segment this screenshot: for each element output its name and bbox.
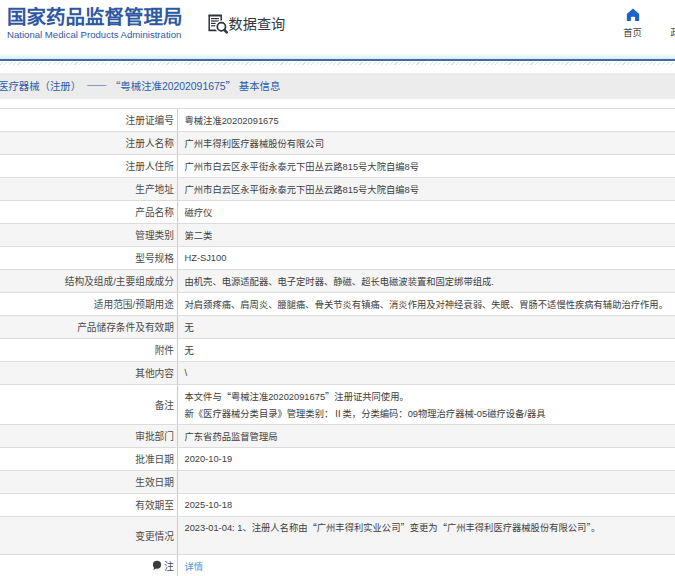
row-value: 无 — [178, 320, 194, 334]
nmpa-logo[interactable]: 国家药品监督管理局 National Medical Products Admi… — [7, 7, 183, 40]
table-row: 生产地址 广州市白云区永平街永泰元下田丛云路815号大院自编8号 — [0, 178, 675, 201]
row-value: 2023-01-04: 1、注册人名称由“广州丰得利实业公司”变更为“广州丰得利… — [178, 517, 600, 538]
table-row: 注册人名称 广州丰得利医疗器械股份有限公司 — [0, 132, 675, 155]
header-divider-line — [0, 59, 675, 61]
data-query-icon — [208, 14, 228, 34]
row-label: 适用范围/预期用途 — [0, 293, 178, 315]
row-label: 生效日期 — [0, 471, 178, 493]
table-row: 型号规格 HZ-SJ100 — [0, 247, 675, 270]
row-label: 有效期至 — [0, 494, 178, 516]
nav-home-label: 首页 — [610, 28, 655, 38]
remark-line: 新《医疗器械分类目录》管理类别：Ⅱ类，分类编码：09物理治疗器械-05磁疗设备/… — [185, 406, 546, 424]
table-row: 注册证编号 粤械注准20202091675 — [0, 109, 675, 132]
table-row: 注册人住所 广州市白云区永平街永泰元下田丛云路815号大院自编8号 — [0, 155, 675, 178]
logo-title: 国家药品监督管理局 — [7, 7, 183, 27]
row-label: 注册证编号 — [0, 109, 178, 131]
row-value: 详情 — [178, 559, 203, 573]
table-row: 适用范围/预期用途 对肩颈疼痛、肩周炎、腰腿痛、骨关节炎有镇痛、消炎作用及对神经… — [0, 293, 675, 316]
row-value: 广东省药品监督管理局 — [178, 429, 277, 443]
row-value: 对肩颈疼痛、肩周炎、腰腿痛、骨关节炎有镇痛、消炎作用及对神经衰弱、失眠、胃肠不适… — [178, 297, 668, 311]
page-header: 国家药品监督管理局 National Medical Products Admi… — [0, 0, 675, 59]
row-value: 广州市白云区永平街永泰元下田丛云路815号大院自编8号 — [178, 182, 419, 196]
logo-subtitle: National Medical Products Administration — [7, 29, 183, 40]
table-row: 批准日期 2020-10-19 — [0, 448, 675, 471]
breadcrumb: 医疗器械（注册） —— “粤械注准20202091675” 基本信息 — [0, 73, 280, 99]
table-row: 变更情况 2023-01-04: 1、注册人名称由“广州丰得利实业公司”变更为“… — [0, 517, 675, 555]
row-label: 产品储存条件及有效期 — [0, 316, 178, 338]
row-label: 批准日期 — [0, 448, 178, 470]
row-label: 备注 — [0, 385, 178, 424]
row-label: 其他内容 — [0, 362, 178, 384]
table-row: 有效期至 2025-10-18 — [0, 494, 675, 517]
row-label: 变更情况 — [0, 517, 178, 554]
row-label: 附件 — [0, 339, 178, 361]
row-value: 广州丰得利医疗器械股份有限公司 — [178, 136, 324, 150]
row-label: 型号规格 — [0, 247, 178, 269]
row-value: 无 — [178, 343, 194, 357]
nav-clipped-item[interactable]: 政 — [671, 28, 675, 38]
row-value: 2025-10-18 — [178, 500, 232, 510]
row-label: 注册人住所 — [0, 155, 178, 177]
row-value: 由机壳、电源适配器、电子定时器、静磁、超长电磁波装置和固定绑带组成. — [178, 274, 494, 288]
section-title-label: 数据查询 — [229, 13, 286, 33]
row-label: 生产地址 — [0, 178, 178, 200]
table-row: 备注 本文件与“粤械注准20202091675”注册证共同使用。 新《医疗器械分… — [0, 385, 675, 425]
table-row: 注 详情 — [0, 555, 675, 576]
details-link[interactable]: 详情 — [185, 562, 204, 572]
registration-detail-table: 注册证编号 粤械注准20202091675 注册人名称 广州丰得利医疗器械股份有… — [0, 108, 675, 576]
row-value: 粤械注准20202091675 — [178, 113, 279, 127]
nav-home[interactable]: 首页 — [610, 8, 655, 38]
row-value: 本文件与“粤械注准20202091675”注册证共同使用。 新《医疗器械分类目录… — [178, 389, 546, 424]
row-label: 结构及组成/主要组成成分 — [0, 270, 178, 292]
row-label: 审批部门 — [0, 425, 178, 447]
table-row: 审批部门 广东省药品监督管理局 — [0, 425, 675, 448]
row-label-text: 注 — [164, 559, 174, 573]
note-icon — [152, 560, 162, 573]
table-row: 生效日期 — [0, 471, 675, 494]
table-row: 结构及组成/主要组成成分 由机壳、电源适配器、电子定时器、静磁、超长电磁波装置和… — [0, 270, 675, 293]
row-value: 广州市白云区永平街永泰元下田丛云路815号大院自编8号 — [178, 159, 419, 173]
table-row: 产品名称 磁疗仪 — [0, 201, 675, 224]
nmpa-data-query-page: { "header": { "logo_title": "国家药品监督管理局",… — [0, 0, 675, 576]
table-row: 管理类别 第二类 — [0, 224, 675, 247]
row-value: 2020-10-19 — [178, 454, 232, 464]
home-icon — [610, 8, 655, 21]
row-value: HZ-SJ100 — [178, 253, 226, 263]
row-label: 管理类别 — [0, 224, 178, 246]
row-label: 注册人名称 — [0, 132, 178, 154]
breadcrumb-bar: 医疗器械（注册） —— “粤械注准20202091675” 基本信息 — [0, 73, 675, 99]
row-value: \ — [178, 368, 187, 378]
row-value: 第二类 — [178, 228, 212, 242]
row-label: 注 — [0, 555, 178, 576]
data-query-section-title: 数据查询 — [208, 14, 286, 34]
hatch-band — [0, 62, 675, 65]
table-row: 附件 无 — [0, 339, 675, 362]
row-value: 磁疗仪 — [178, 205, 212, 219]
row-label: 产品名称 — [0, 201, 178, 223]
remark-line: 本文件与“粤械注准20202091675”注册证共同使用。 — [185, 389, 546, 407]
table-row: 产品储存条件及有效期 无 — [0, 316, 675, 339]
table-row: 其他内容 \ — [0, 362, 675, 385]
